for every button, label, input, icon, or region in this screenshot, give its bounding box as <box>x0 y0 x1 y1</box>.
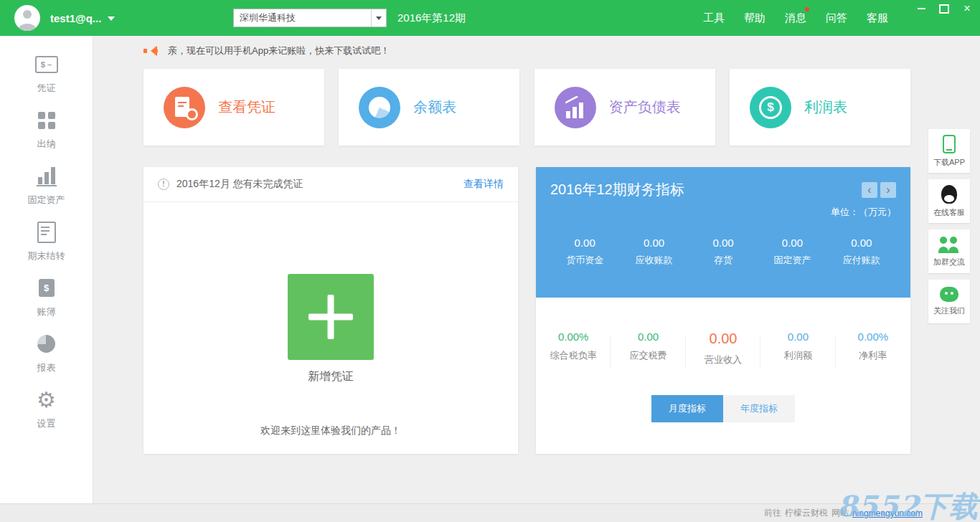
tab-yearly[interactable]: 年度指标 <box>723 395 795 422</box>
voucher-panel-body: 新增凭证 欢迎来到这里体验我们的产品！ <box>143 274 518 437</box>
sidebar-item-label: 凭证 <box>37 82 56 95</box>
metric-label: 存货 <box>689 254 758 267</box>
menu-tools[interactable]: 工具 <box>703 11 725 25</box>
sidebar-item-label: 报表 <box>37 361 56 374</box>
indicator-tabs: 月度指标 年度指标 <box>536 395 910 422</box>
username: test1@q... <box>50 12 101 24</box>
footer-site-name: 柠檬云财税 <box>785 507 828 519</box>
metric-label: 综合税负率 <box>536 349 611 362</box>
group-people-icon <box>938 236 960 253</box>
add-voucher-label: 新增凭证 <box>143 369 518 384</box>
metric-value: 0.00 <box>760 331 835 343</box>
card-label: 余额表 <box>413 98 456 117</box>
window-controls: × <box>913 2 976 15</box>
footer: 前往 柠檬云财税 网站 ningmengyun.com <box>0 503 980 522</box>
metric-label: 应收账款 <box>619 254 688 267</box>
watermark: 8552下载 <box>837 487 979 522</box>
titlebar-menu: 工具 帮助 消息 问答 客服 <box>703 0 888 36</box>
card-balance-sheet[interactable]: 余额表 <box>339 69 519 146</box>
shortcut-cards: 查看凭证 余额表 资产负债表 利润表 <box>143 69 910 146</box>
metric-value: 0.00% <box>836 331 910 343</box>
indicators-nav <box>862 182 896 198</box>
minimize-icon[interactable] <box>913 2 930 15</box>
metric-cash: 0.00 货币资金 <box>550 237 619 267</box>
sidebar-item-label: 出纳 <box>37 138 56 151</box>
metric-label: 净利率 <box>836 349 910 362</box>
sidebar-item-settings[interactable]: 设置 <box>0 381 93 437</box>
card-label: 查看凭证 <box>218 98 275 117</box>
welcome-text: 欢迎来到这里体验我们的产品！ <box>143 424 518 437</box>
sidebar-item-label: 固定资产 <box>28 194 65 207</box>
voucher-panel-header: 2016年12月 您有未完成凭证 查看详情 <box>143 167 518 202</box>
period-end-icon <box>35 222 58 243</box>
prev-period-button[interactable] <box>862 182 877 198</box>
maximize-icon[interactable] <box>936 2 953 15</box>
sidebar-item-voucher[interactable]: 凭证 <box>0 46 93 102</box>
float-online-service[interactable]: 在线客服 <box>928 179 970 223</box>
float-item-label: 下载APP <box>933 157 965 168</box>
metric-label: 货币资金 <box>550 254 619 267</box>
float-download-app[interactable]: 下载APP <box>928 129 970 173</box>
metric-value: 0.00 <box>619 237 688 249</box>
menu-service[interactable]: 客服 <box>867 11 888 25</box>
card-assets-liabilities[interactable]: 资产负债表 <box>534 69 715 146</box>
view-details-link[interactable]: 查看详情 <box>463 178 504 191</box>
info-icon <box>158 179 169 190</box>
float-follow-us[interactable]: 关注我们 <box>928 280 970 323</box>
menu-help[interactable]: 帮助 <box>744 11 765 25</box>
user-menu[interactable]: test1@q... <box>50 0 115 36</box>
company-select[interactable]: 深圳华通科技 <box>233 9 387 27</box>
reports-pie-icon <box>35 333 58 355</box>
sidebar-item-label: 账簿 <box>37 305 56 318</box>
metric-label: 利润额 <box>760 349 835 362</box>
metric-revenue: 0.00 营业收入 <box>686 331 760 366</box>
card-profit-sheet[interactable]: 利润表 <box>730 69 910 146</box>
dollar-cycle-icon <box>750 87 791 128</box>
float-join-group[interactable]: 加群交流 <box>928 229 970 273</box>
qq-penguin-icon <box>941 185 957 204</box>
float-menu: 下载APP 在线客服 加群交流 关注我们 <box>928 129 970 323</box>
avatar[interactable] <box>14 5 40 31</box>
footer-prefix: 前往 <box>764 507 781 519</box>
company-select-value: 深圳华通科技 <box>240 11 296 24</box>
metric-label: 应付账款 <box>827 254 896 267</box>
menu-messages[interactable]: 消息 <box>785 11 806 25</box>
sidebar-item-cashier[interactable]: 出纳 <box>0 102 93 158</box>
metric-value: 0.00% <box>536 331 611 343</box>
speaker-icon <box>143 45 159 57</box>
indicators-blue-section: 2016年12期财务指标 单位：（万元） 0.00 货币资金 0.00 应收账款… <box>536 167 910 298</box>
menu-qa[interactable]: 问答 <box>826 11 847 25</box>
metric-payables: 0.00 应付账款 <box>827 237 896 267</box>
sidebar-item-reports[interactable]: 报表 <box>0 326 93 381</box>
menu-messages-label: 消息 <box>785 11 806 24</box>
next-period-button[interactable] <box>880 182 896 198</box>
metric-label: 固定资产 <box>758 254 826 267</box>
indicators-white-section: 0.00% 综合税负率 0.00 应交税费 0.00 营业收入 0.00 利润额… <box>536 298 910 454</box>
float-item-label: 在线客服 <box>933 207 965 218</box>
float-item-label: 加群交流 <box>933 257 965 267</box>
period-label: 2016年第12期 <box>397 0 466 36</box>
wechat-icon <box>940 287 958 302</box>
card-view-voucher[interactable]: 查看凭证 <box>143 69 324 146</box>
metric-value: 0.00 <box>550 237 619 249</box>
sidebar-item-ledger[interactable]: 账簿 <box>0 270 93 326</box>
metric-label: 应交税费 <box>611 349 685 362</box>
tab-monthly[interactable]: 月度指标 <box>651 395 723 422</box>
pie-chart-icon <box>359 87 400 128</box>
metric-fixed-assets: 0.00 固定资产 <box>758 237 826 267</box>
metric-value: 0.00 <box>611 331 685 343</box>
fixed-assets-icon <box>35 166 58 187</box>
cashier-icon <box>35 110 58 131</box>
sidebar-item-period-end[interactable]: 期末结转 <box>0 214 93 270</box>
add-voucher-button[interactable] <box>288 274 374 360</box>
metric-tax-rate: 0.00% 综合税负率 <box>536 331 611 366</box>
voucher-search-icon <box>164 87 205 128</box>
notification-dot <box>805 7 809 11</box>
card-label: 资产负债表 <box>609 98 681 117</box>
metric-value: 0.00 <box>689 237 758 249</box>
secondary-metrics: 0.00% 综合税负率 0.00 应交税费 0.00 营业收入 0.00 利润额… <box>536 298 910 366</box>
sidebar-item-fixed-assets[interactable]: 固定资产 <box>0 158 93 214</box>
ledger-icon <box>35 277 58 299</box>
indicators-title: 2016年12期财务指标 <box>550 180 684 199</box>
close-icon[interactable]: × <box>958 2 976 15</box>
